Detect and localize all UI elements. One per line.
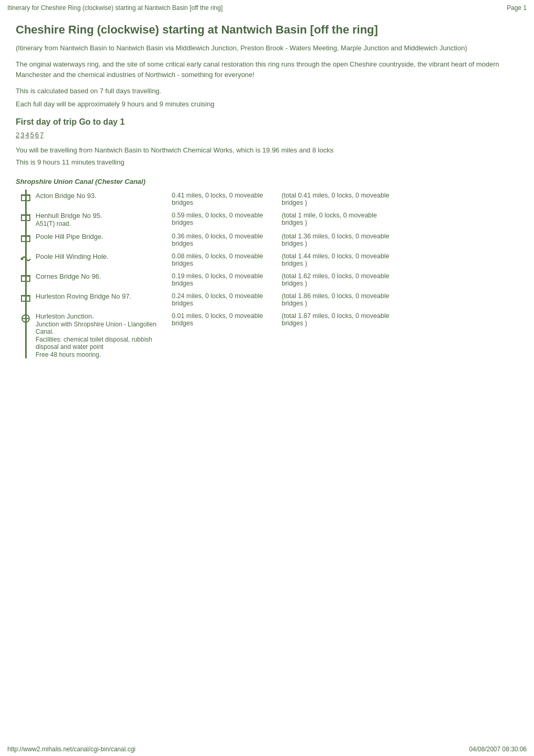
waypoints-container: Acton Bridge No 93. 0.41 miles, 0 locks,… — [16, 190, 518, 358]
waypoint-dist-col: 0.36 miles, 0 locks, 0 moveable bridges — [172, 233, 282, 247]
day-links-container: 234567 — [16, 131, 518, 139]
waypoint-icon — [16, 253, 36, 265]
svg-rect-18 — [29, 277, 30, 281]
waypoint-name-col: Henhull Bridge No 95. A51(T) road. — [36, 212, 172, 227]
daily-note: Each full day will be approximately 9 ho… — [16, 100, 518, 108]
list-item: Hurleston Roving Bridge No 97. 0.24 mile… — [16, 290, 518, 307]
svg-rect-24 — [21, 301, 30, 302]
waypoint-dist-col: 0.01 miles, 0 locks, 0 moveable bridges — [172, 312, 282, 327]
waypoint-dist-col: 0.19 miles, 0 locks, 0 moveable bridges — [172, 272, 282, 287]
description: The original waterways ring, and the sit… — [16, 59, 518, 80]
list-item: Poole Hill Winding Hole. 0.08 miles, 0 l… — [16, 250, 518, 267]
svg-rect-23 — [29, 297, 30, 301]
first-day-heading: First day of trip Go to day 1 — [16, 117, 518, 127]
footer-left: http://www2.mihalis.net/canal/cgi-bin/ca… — [7, 746, 136, 753]
svg-rect-11 — [21, 237, 22, 241]
svg-rect-13 — [21, 241, 30, 242]
waypoint-total-col: (total 1.44 miles, 0 locks, 0 moveable b… — [282, 253, 518, 267]
waypoint-name-col: Hurleston Roving Bridge No 97. — [36, 292, 172, 300]
calc-note: This is calculated based on 7 full days … — [16, 87, 518, 95]
travel-from: You will be travelling from Nantwich Bas… — [16, 146, 518, 154]
day-link-3[interactable]: 3 — [20, 131, 24, 139]
waypoint-total-col: (total 0.41 miles, 0 locks, 0 moveable b… — [282, 192, 518, 206]
day-link-6[interactable]: 6 — [35, 131, 39, 139]
svg-point-15 — [21, 258, 24, 260]
day-link-2[interactable]: 2 — [16, 131, 19, 139]
waypoint-dist-col: 0.08 miles, 0 locks, 0 moveable bridges — [172, 253, 282, 267]
svg-rect-3 — [21, 200, 30, 201]
svg-rect-7 — [29, 216, 30, 220]
travel-time: This is 9 hours 11 minutes travelling — [16, 158, 518, 166]
list-item: Hurleston Junction. Junction with Shrops… — [16, 310, 518, 358]
waypoint-name-col: Poole Hill Pipe Bridge. — [36, 233, 172, 240]
waypoint-total-col: (total 1.87 miles, 0 locks, 0 moveable b… — [282, 312, 518, 327]
waypoint-name-col: Poole Hill Winding Hole. — [36, 253, 172, 260]
header-left: Itinerary for Cheshire Ring (clockwise) … — [7, 4, 222, 12]
canal-section: Shropshire Union Canal (Chester Canal) A… — [16, 178, 518, 358]
waypoint-icon — [16, 192, 36, 204]
waypoint-total-col: (total 1.86 miles, 0 locks, 0 moveable b… — [282, 292, 518, 307]
waypoint-name-col: Cornes Bridge No 96. — [36, 272, 172, 280]
page-title: Cheshire Ring (clockwise) starting at Na… — [16, 23, 518, 37]
waypoint-icon — [16, 272, 36, 284]
subtitle: (Itinerary from Nantwich Basin to Nantwi… — [16, 44, 518, 52]
waypoint-dist-col: 0.41 miles, 0 locks, 0 moveable bridges — [172, 192, 282, 206]
footer-right: 04/08/2007 08:30:06 — [469, 746, 527, 753]
waypoint-icon — [16, 212, 36, 224]
waypoint-icon — [16, 233, 36, 245]
svg-rect-6 — [21, 216, 22, 220]
waypoint-dist-col: 0.24 miles, 0 locks, 0 moveable bridges — [172, 292, 282, 307]
svg-rect-22 — [21, 297, 22, 301]
day-link-4[interactable]: 4 — [25, 131, 29, 139]
canal-name: Shropshire Union Canal (Chester Canal) — [16, 178, 518, 185]
waypoint-icon — [16, 292, 36, 304]
list-item: Acton Bridge No 93. 0.41 miles, 0 locks,… — [16, 190, 518, 206]
svg-rect-12 — [29, 237, 30, 241]
waypoint-total-col: (total 1 mile, 0 locks, 0 moveable bridg… — [282, 212, 518, 226]
waypoint-name-col: Acton Bridge No 93. — [36, 192, 172, 200]
waypoint-name-col: Hurleston Junction. Junction with Shrops… — [36, 312, 172, 358]
header-bar: Itinerary for Cheshire Ring (clockwise) … — [0, 0, 534, 14]
svg-rect-17 — [21, 277, 22, 281]
svg-rect-1 — [21, 196, 22, 200]
day-link-7[interactable]: 7 — [40, 131, 43, 139]
svg-rect-8 — [21, 220, 30, 221]
waypoint-total-col: (total 1.36 miles, 0 locks, 0 moveable b… — [282, 233, 518, 247]
list-item: Henhull Bridge No 95. A51(T) road. 0.59 … — [16, 210, 518, 227]
waypoint-icon — [16, 312, 36, 324]
header-right: Page 1 — [507, 4, 527, 12]
svg-rect-2 — [29, 196, 30, 200]
svg-rect-19 — [21, 281, 30, 282]
day-link-5[interactable]: 5 — [30, 131, 34, 139]
waypoint-total-col: (total 1.62 miles, 0 locks, 0 moveable b… — [282, 272, 518, 287]
list-item: Cornes Bridge No 96. 0.19 miles, 0 locks… — [16, 270, 518, 287]
waypoint-dist-col: 0.59 miles, 0 locks, 0 moveable bridges — [172, 212, 282, 226]
footer-bar: http://www2.mihalis.net/canal/cgi-bin/ca… — [0, 742, 534, 756]
list-item: Poole Hill Pipe Bridge. 0.36 miles, 0 lo… — [16, 231, 518, 247]
